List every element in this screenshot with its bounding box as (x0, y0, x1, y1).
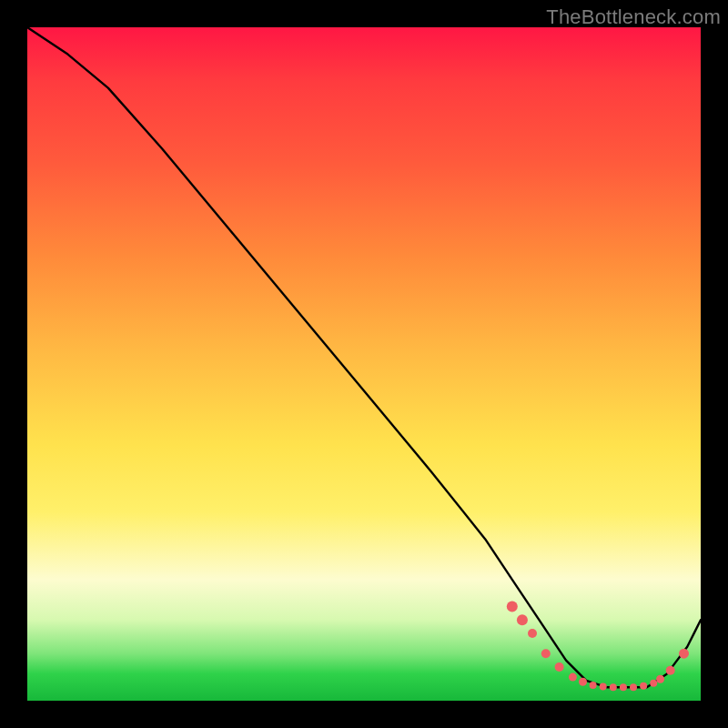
highlight-dot (666, 666, 675, 675)
plot-area (27, 27, 701, 701)
highlight-dot (650, 680, 657, 687)
highlight-dot (528, 629, 537, 638)
highlight-dot (620, 683, 627, 691)
curve-svg (27, 27, 701, 701)
highlight-dot (507, 601, 518, 612)
watermark-text: TheBottleneck.com (546, 5, 721, 29)
highlight-dot (600, 683, 607, 691)
highlight-dot (630, 683, 637, 691)
highlight-dot (610, 683, 617, 691)
highlight-dot (541, 649, 551, 658)
highlight-dot (555, 662, 564, 672)
highlight-dots-group (507, 601, 689, 691)
highlight-dot (590, 682, 597, 689)
highlight-dot (579, 678, 587, 686)
highlight-dot (656, 675, 664, 683)
chart-stage: TheBottleneck.com (0, 0, 728, 728)
bottleneck-curve-path (27, 27, 701, 687)
highlight-dot (517, 614, 528, 625)
highlight-dot (640, 682, 647, 690)
highlight-dot (569, 673, 577, 682)
highlight-dot (679, 649, 689, 659)
